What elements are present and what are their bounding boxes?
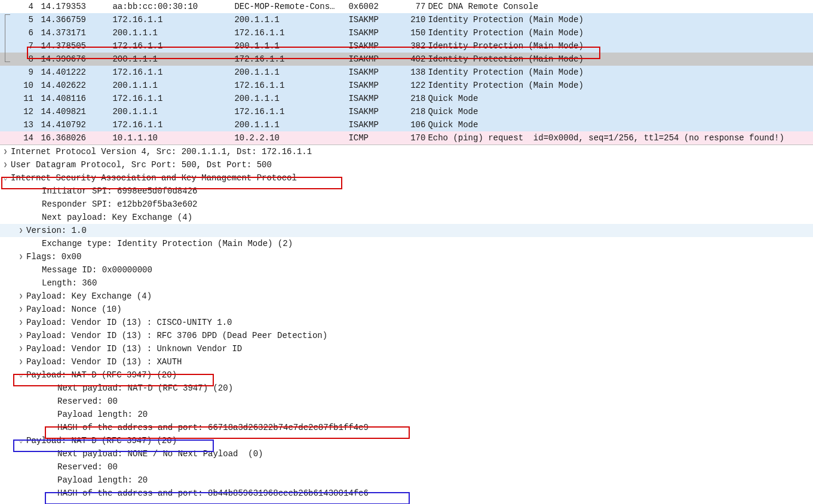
packet-details-pane[interactable]: ❯Internet Protocol Version 4, Src: 200.1… <box>0 145 813 503</box>
col-dest: 172.16.1.1 <box>234 53 348 66</box>
packet-row[interactable]: 11 14.408116172.16.1.1200.1.1.1ISAKMP218… <box>0 92 813 105</box>
tree-label: Payload: Vendor ID (13) : RFC 3706 DPD (… <box>26 329 327 342</box>
tree-row[interactable]: ❯Flags: 0x00 <box>0 250 813 263</box>
tree-row[interactable]: ❯Payload: Vendor ID (13) : XAUTH <box>0 355 813 368</box>
col-time: 14.408116 <box>41 92 112 105</box>
tree-row[interactable]: Length: 360 <box>0 276 813 290</box>
col-source: 10.1.1.10 <box>112 131 234 145</box>
tree-label: User Datagram Protocol, Src Port: 500, D… <box>11 158 272 171</box>
packet-row[interactable]: 6 14.373171200.1.1.1172.16.1.1ISAKMP150I… <box>0 26 813 39</box>
tree-row[interactable]: Responder SPI: e12bb20f5ba3e602 <box>0 198 813 211</box>
col-source: aa:bb:cc:00:30:10 <box>112 0 234 13</box>
col-source: 200.1.1.1 <box>112 53 234 66</box>
expand-icon[interactable]: ❯ <box>16 355 26 368</box>
tree-row[interactable]: Payload length: 20 <box>0 474 813 487</box>
col-dest: 200.1.1.1 <box>234 39 348 53</box>
col-no: 10 <box>0 79 36 92</box>
col-time: 14.373171 <box>41 26 112 39</box>
tree-row[interactable]: Payload length: 20 <box>0 408 813 421</box>
packet-row[interactable]: 13 14.410792172.16.1.1200.1.1.1ISAKMP106… <box>0 118 813 131</box>
tree-label: Payload length: 20 <box>57 474 148 487</box>
col-length: 402 <box>401 53 425 66</box>
col-no: 11 <box>0 92 36 105</box>
packet-list-pane[interactable]: 4 14.179353aa:bb:cc:00:30:10DEC-MOP-Remo… <box>0 0 813 145</box>
col-protocol: ISAKMP <box>348 39 401 53</box>
tree-label: HASH of the address and port: 8b44b85963… <box>57 487 369 500</box>
col-length: 218 <box>401 92 425 105</box>
tree-row[interactable]: ❯Payload: Vendor ID (13) : CISCO-UNITY 1… <box>0 316 813 329</box>
col-source: 172.16.1.1 <box>112 92 234 105</box>
tree-row[interactable]: Next payload: NAT-D (RFC 3947) (20) <box>0 382 813 395</box>
tree-row[interactable]: HASH of the address and port: 8b44b85963… <box>0 487 813 500</box>
tree-row[interactable]: ⌄Payload: NAT-D (RFC 3947) (20) <box>0 434 813 447</box>
tree-label: Responder SPI: e12bb20f5ba3e602 <box>42 198 197 211</box>
packet-row[interactable]: 7 14.378505172.16.1.1200.1.1.1ISAKMP382I… <box>0 39 813 53</box>
packet-row[interactable]: 14 16.36802610.1.1.1010.2.2.10ICMP170Ech… <box>0 131 813 145</box>
expand-icon[interactable]: ❯ <box>0 158 11 171</box>
tree-label: Initiator SPI: 6998ee5d0f0d8426 <box>42 185 197 198</box>
collapse-icon[interactable]: ⌄ <box>16 368 26 382</box>
tree-row[interactable]: ❯Payload: Vendor ID (13) : Unknown Vendo… <box>0 342 813 355</box>
tree-row[interactable]: ❯User Datagram Protocol, Src Port: 500, … <box>0 158 813 171</box>
col-no: 13 <box>0 118 36 131</box>
collapse-icon[interactable]: ⌄ <box>16 434 26 447</box>
col-protocol: ISAKMP <box>348 26 401 39</box>
expand-icon[interactable]: ❯ <box>16 342 26 355</box>
collapse-icon[interactable]: ⌄ <box>0 171 11 185</box>
col-time: 14.410792 <box>41 118 112 131</box>
packet-row[interactable]: 5 14.366759172.16.1.1200.1.1.1ISAKMP210I… <box>0 13 813 26</box>
tree-row[interactable]: Next payload: Key Exchange (4) <box>0 211 813 224</box>
expand-icon[interactable]: ❯ <box>16 290 26 303</box>
col-dest: 200.1.1.1 <box>234 118 348 131</box>
expand-icon[interactable]: ❯ <box>16 329 26 342</box>
col-info: Quick Mode <box>425 92 478 105</box>
tree-label: Next payload: NONE / No Next Payload (0) <box>57 447 263 460</box>
col-source: 200.1.1.1 <box>112 79 234 92</box>
col-dest: 10.2.2.10 <box>234 131 348 145</box>
col-length: 106 <box>401 118 425 131</box>
wireshark-window: 4 14.179353aa:bb:cc:00:30:10DEC-MOP-Remo… <box>0 0 813 503</box>
expand-icon[interactable]: ❯ <box>0 145 11 158</box>
packet-row[interactable]: 12 14.409821200.1.1.1172.16.1.1ISAKMP218… <box>0 105 813 118</box>
col-info: Identity Protection (Main Mode) <box>425 53 583 66</box>
col-info: Echo (ping) request id=0x000d, seq=1/256… <box>425 131 784 145</box>
col-protocol: ICMP <box>348 131 401 145</box>
tree-row[interactable]: ⌄Internet Security Association and Key M… <box>0 171 813 185</box>
col-time: 14.402622 <box>41 79 112 92</box>
packet-row[interactable]: 8 14.390676200.1.1.1172.16.1.1ISAKMP402I… <box>0 53 813 66</box>
col-protocol: ISAKMP <box>348 13 401 26</box>
tree-label: Exchange type: Identity Protection (Main… <box>42 237 293 250</box>
col-time: 14.401222 <box>41 66 112 79</box>
tree-row[interactable]: ❯Payload: Vendor ID (13) : RFC 3706 DPD … <box>0 329 813 342</box>
col-length: 382 <box>401 39 425 53</box>
col-info: Identity Protection (Main Mode) <box>425 66 583 79</box>
expand-icon[interactable]: ❯ <box>16 303 26 316</box>
tree-row[interactable]: ❯Version: 1.0 <box>0 224 813 237</box>
tree-row[interactable]: Initiator SPI: 6998ee5d0f0d8426 <box>0 185 813 198</box>
col-length: 138 <box>401 66 425 79</box>
col-source: 200.1.1.1 <box>112 26 234 39</box>
tree-label: Payload: Nonce (10) <box>26 303 122 316</box>
packet-row[interactable]: 4 14.179353aa:bb:cc:00:30:10DEC-MOP-Remo… <box>0 0 813 13</box>
tree-row[interactable]: ⌄Payload: NAT-D (RFC 3947) (20) <box>0 368 813 382</box>
tree-label: Payload: Vendor ID (13) : CISCO-UNITY 1.… <box>26 316 232 329</box>
packet-row[interactable]: 10 14.402622200.1.1.1172.16.1.1ISAKMP122… <box>0 79 813 92</box>
tree-label: Internet Security Association and Key Ma… <box>11 171 297 185</box>
col-no: 12 <box>0 105 36 118</box>
col-dest: 172.16.1.1 <box>234 79 348 92</box>
expand-icon[interactable]: ❯ <box>16 224 26 237</box>
packet-row[interactable]: 9 14.401222172.16.1.1200.1.1.1ISAKMP138I… <box>0 66 813 79</box>
tree-row[interactable]: Next payload: NONE / No Next Payload (0) <box>0 447 813 460</box>
expand-icon[interactable]: ❯ <box>16 316 26 329</box>
tree-label: HASH of the address and port: 66718a3d26… <box>57 421 369 434</box>
tree-row[interactable]: ❯Payload: Key Exchange (4) <box>0 290 813 303</box>
tree-row[interactable]: ❯Payload: Nonce (10) <box>0 303 813 316</box>
col-length: 210 <box>401 13 425 26</box>
tree-row[interactable]: HASH of the address and port: 66718a3d26… <box>0 421 813 434</box>
tree-row[interactable]: Exchange type: Identity Protection (Main… <box>0 237 813 250</box>
tree-row[interactable]: ❯Internet Protocol Version 4, Src: 200.1… <box>0 145 813 158</box>
tree-row[interactable]: Reserved: 00 <box>0 460 813 474</box>
tree-row[interactable]: Message ID: 0x00000000 <box>0 263 813 276</box>
tree-row[interactable]: Reserved: 00 <box>0 395 813 408</box>
expand-icon[interactable]: ❯ <box>16 250 26 263</box>
